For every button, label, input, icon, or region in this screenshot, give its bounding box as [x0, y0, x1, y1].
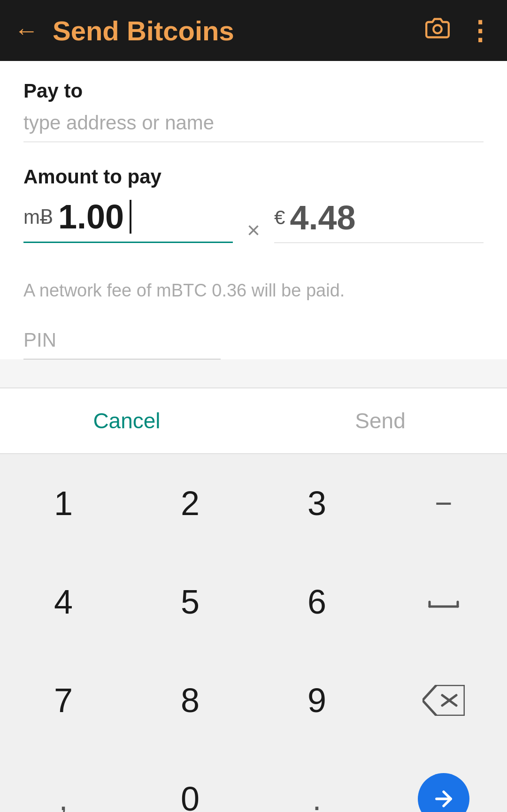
cursor: [130, 200, 131, 234]
fee-notice: A network fee of mBTC 0.36 will be paid.: [23, 281, 484, 301]
numpad-key-0[interactable]: 0: [127, 750, 254, 812]
more-options-icon[interactable]: ⋮: [467, 15, 493, 46]
send-button[interactable]: Send: [254, 388, 507, 453]
pin-wrapper: [23, 329, 221, 359]
camera-icon[interactable]: [425, 16, 450, 46]
numpad-key-5[interactable]: 5: [127, 553, 254, 651]
fiat-currency-prefix: €: [274, 206, 285, 229]
header-icons: ⋮: [425, 15, 493, 46]
numpad-key-comma[interactable]: ,: [0, 750, 127, 812]
numpad-key-2[interactable]: 2: [127, 454, 254, 553]
btc-amount-field[interactable]: mɃ 1.00: [23, 197, 233, 243]
numpad-key-7[interactable]: 7: [0, 651, 127, 750]
numpad-key-1[interactable]: 1: [0, 454, 127, 553]
address-input-wrapper: [23, 112, 484, 142]
svg-point-0: [433, 25, 441, 33]
cancel-button[interactable]: Cancel: [0, 388, 254, 453]
amount-label: Amount to pay: [23, 166, 484, 188]
numpad-key-9[interactable]: 9: [254, 651, 380, 750]
numpad-key-decimal[interactable]: .: [254, 750, 380, 812]
amount-row: mɃ 1.00 × € 4.48: [23, 197, 484, 243]
fiat-amount-value: 4.48: [290, 198, 355, 237]
numpad-key-6[interactable]: 6: [254, 553, 380, 651]
clear-button[interactable]: ×: [242, 217, 265, 243]
svg-marker-4: [422, 685, 465, 716]
numpad: 1 2 3 − 4 5 6 7 8 9 , 0 .: [0, 454, 507, 812]
numpad-key-3[interactable]: 3: [254, 454, 380, 553]
pay-to-label: Pay to: [23, 80, 484, 102]
address-input[interactable]: [23, 112, 484, 134]
enter-icon[interactable]: [418, 773, 469, 812]
main-content: Pay to Amount to pay mɃ 1.00 × € 4.48 A …: [0, 61, 507, 359]
numpad-key-4[interactable]: 4: [0, 553, 127, 651]
page-title: Send Bitcoins: [53, 15, 425, 46]
btc-currency-prefix: mɃ: [23, 205, 54, 228]
numpad-key-space[interactable]: [380, 553, 507, 651]
pin-input[interactable]: [23, 329, 221, 351]
fiat-amount-field[interactable]: € 4.48: [274, 198, 484, 243]
numpad-key-backspace[interactable]: [380, 651, 507, 750]
pay-to-section: Pay to: [23, 80, 484, 142]
action-row: Cancel Send: [0, 388, 507, 454]
numpad-key-8[interactable]: 8: [127, 651, 254, 750]
btc-amount-value: 1.00: [58, 197, 124, 236]
amount-section: Amount to pay mɃ 1.00 × € 4.48: [23, 166, 484, 243]
numpad-key-minus[interactable]: −: [380, 454, 507, 553]
numpad-key-enter[interactable]: [380, 750, 507, 812]
back-button[interactable]: ←: [14, 16, 38, 45]
header: ← Send Bitcoins ⋮: [0, 0, 507, 61]
